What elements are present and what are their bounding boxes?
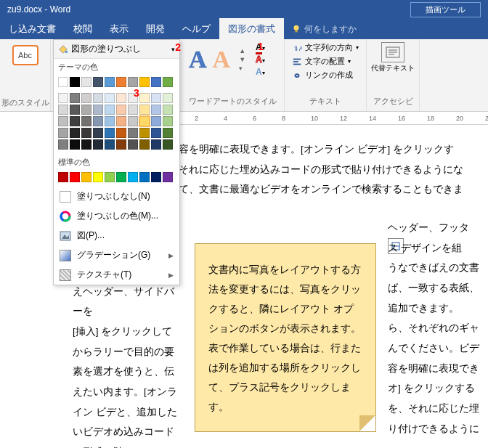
color-swatch[interactable] xyxy=(93,105,103,115)
color-swatch[interactable] xyxy=(70,172,80,182)
color-swatch[interactable] xyxy=(81,128,92,138)
color-swatch[interactable] xyxy=(139,139,150,150)
color-swatch[interactable] xyxy=(116,77,126,87)
alt-text-button[interactable] xyxy=(381,42,404,62)
color-swatch[interactable] xyxy=(128,172,138,182)
color-swatch[interactable] xyxy=(163,77,173,87)
tab-mailings[interactable]: し込み文書 xyxy=(0,18,65,40)
color-swatch[interactable] xyxy=(163,105,173,115)
color-swatch[interactable] xyxy=(163,93,173,103)
tell-me-search[interactable] xyxy=(291,24,370,34)
search-input[interactable] xyxy=(304,24,370,34)
color-swatch[interactable] xyxy=(116,93,126,103)
chevron-down-icon[interactable]: ▼ xyxy=(239,56,245,63)
color-swatch[interactable] xyxy=(116,128,126,138)
color-swatch[interactable] xyxy=(116,172,126,182)
color-swatch[interactable] xyxy=(81,172,92,182)
color-swatch[interactable] xyxy=(105,128,115,138)
no-fill-item[interactable]: 塗りつぶしなし(N) xyxy=(54,187,179,206)
chevron-up-icon[interactable]: ▲ xyxy=(239,47,245,54)
color-swatch[interactable] xyxy=(139,172,150,182)
color-swatch[interactable] xyxy=(163,172,173,182)
color-swatch[interactable] xyxy=(139,128,150,138)
text-effects-button[interactable]: A▾ xyxy=(256,67,265,77)
color-swatch[interactable] xyxy=(128,116,138,126)
color-swatch[interactable] xyxy=(151,93,161,103)
gradient-fill-item[interactable]: グラデーション(G) ▶ xyxy=(54,245,179,265)
color-swatch[interactable] xyxy=(139,116,150,126)
color-swatch[interactable] xyxy=(58,77,68,87)
color-swatch[interactable] xyxy=(58,128,68,138)
color-swatch[interactable] xyxy=(139,105,150,115)
color-swatch[interactable] xyxy=(81,93,92,103)
sticky-note-shape[interactable]: 文書内に写真をレイアウトする方法を変更するには、写真をクリックすると、隣にレイア… xyxy=(195,243,376,432)
color-swatch[interactable] xyxy=(151,172,161,182)
picture-fill-item[interactable]: 図(P)... xyxy=(54,226,179,245)
color-swatch[interactable] xyxy=(81,116,92,126)
text-align-button[interactable]: 文字の配置▾ xyxy=(292,56,359,67)
submenu-arrow-icon: ▶ xyxy=(168,272,174,279)
color-swatch[interactable] xyxy=(81,77,92,87)
color-swatch[interactable] xyxy=(93,139,103,150)
horizontal-ruler[interactable]: 246810121416182022 xyxy=(180,112,488,125)
color-swatch[interactable] xyxy=(116,105,126,115)
wordart-sample-1[interactable]: A xyxy=(189,46,207,73)
tab-developer[interactable]: 開発 xyxy=(137,18,174,40)
color-swatch[interactable] xyxy=(151,77,161,87)
color-swatch[interactable] xyxy=(128,77,138,87)
color-swatch[interactable] xyxy=(70,116,80,126)
color-swatch[interactable] xyxy=(70,77,80,87)
color-swatch[interactable] xyxy=(163,139,173,150)
more-fill-colors-item[interactable]: 塗りつぶしの色(M)... xyxy=(54,206,179,226)
tab-review[interactable]: 校閲 xyxy=(65,18,101,40)
text-outline-button[interactable]: A▾ xyxy=(256,54,265,65)
color-swatch[interactable] xyxy=(128,139,138,150)
tab-shape-format[interactable]: 図形の書式 xyxy=(219,18,284,40)
color-swatch[interactable] xyxy=(105,139,115,150)
color-swatch[interactable] xyxy=(163,116,173,126)
tab-view[interactable]: 表示 xyxy=(101,18,137,40)
color-swatch[interactable] xyxy=(151,105,161,115)
shape-style-sample[interactable]: Abc xyxy=(12,45,38,65)
color-swatch[interactable] xyxy=(70,139,80,150)
color-swatch[interactable] xyxy=(116,139,126,150)
color-swatch[interactable] xyxy=(58,172,68,182)
color-swatch[interactable] xyxy=(105,172,115,182)
color-swatch[interactable] xyxy=(58,93,68,103)
color-swatch[interactable] xyxy=(116,116,126,126)
color-swatch[interactable] xyxy=(93,172,103,182)
color-swatch[interactable] xyxy=(58,139,68,150)
color-swatch[interactable] xyxy=(163,128,173,138)
color-swatch[interactable] xyxy=(93,77,103,87)
more-icon[interactable]: ▾ xyxy=(239,65,245,72)
color-swatch[interactable] xyxy=(81,105,92,115)
color-swatch[interactable] xyxy=(81,139,92,150)
color-swatch[interactable] xyxy=(128,105,138,115)
color-swatch[interactable] xyxy=(128,128,138,138)
color-swatch[interactable] xyxy=(105,105,115,115)
color-swatch[interactable] xyxy=(70,105,80,115)
drawing-tools-context-tab[interactable]: 描画ツール xyxy=(410,2,481,17)
texture-fill-item[interactable]: テクスチャ(T) ▶ xyxy=(54,265,179,285)
color-swatch[interactable] xyxy=(93,128,103,138)
text-direction-button[interactable]: ⥮A 文字列の方向▾ xyxy=(292,42,359,53)
color-swatch[interactable] xyxy=(151,128,161,138)
wordart-sample-2[interactable]: A xyxy=(213,46,231,73)
create-link-button[interactable]: リンクの作成 xyxy=(292,70,359,81)
color-swatch[interactable] xyxy=(139,93,150,103)
color-swatch[interactable] xyxy=(70,93,80,103)
color-swatch[interactable] xyxy=(139,77,150,87)
ruler-tick: 4 xyxy=(224,115,227,122)
color-swatch[interactable] xyxy=(151,116,161,126)
shape-fill-button[interactable]: 図形の塗りつぶし ▾ 2 xyxy=(54,40,179,59)
color-swatch[interactable] xyxy=(70,128,80,138)
color-swatch[interactable] xyxy=(151,139,161,150)
color-swatch[interactable] xyxy=(105,116,115,126)
color-swatch[interactable] xyxy=(105,77,115,87)
color-swatch[interactable] xyxy=(93,116,103,126)
color-swatch[interactable] xyxy=(58,105,68,115)
color-swatch[interactable] xyxy=(105,93,115,103)
color-swatch[interactable] xyxy=(93,93,103,103)
color-swatch[interactable] xyxy=(58,116,68,126)
tab-help[interactable]: ヘルプ xyxy=(174,18,219,40)
